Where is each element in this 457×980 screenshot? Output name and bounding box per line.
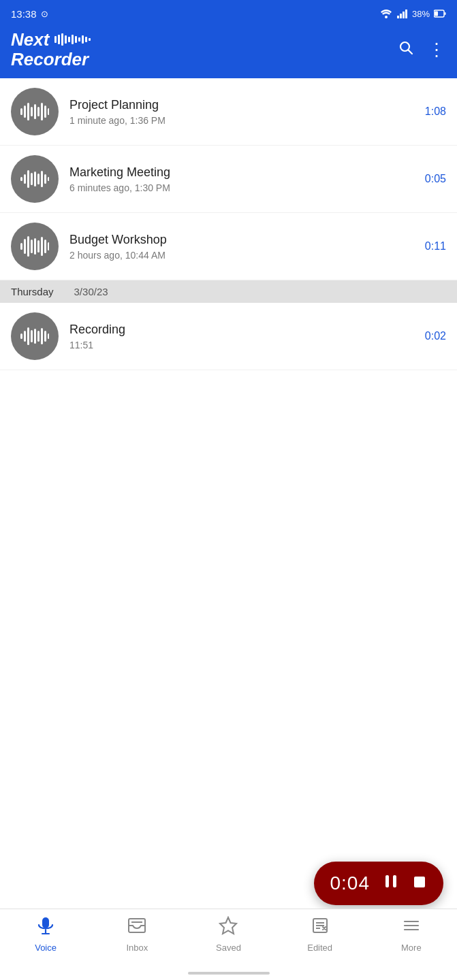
more-options-button[interactable]: ⋮: [428, 41, 446, 59]
svg-rect-45: [41, 237, 43, 256]
nav-label-saved: Saved: [216, 943, 241, 953]
app-bar-icons: ⋮: [398, 39, 446, 60]
svg-rect-51: [31, 330, 33, 342]
app-title-line1: Next: [11, 30, 92, 50]
search-button[interactable]: [398, 39, 414, 60]
svg-rect-29: [48, 108, 49, 115]
bottom-nav: Voice Inbox Saved: [0, 909, 457, 980]
pause-button[interactable]: [382, 872, 400, 894]
svg-rect-6: [445, 12, 446, 15]
waveform-avatar: [11, 223, 59, 270]
waveform-icon: [20, 101, 49, 122]
recording-duration: 0:02: [425, 330, 446, 342]
nav-item-saved[interactable]: Saved: [201, 916, 255, 953]
date-separator: Thursday 3/30/23: [0, 280, 457, 303]
microphone-icon: [36, 916, 55, 940]
svg-rect-32: [27, 170, 29, 188]
svg-rect-14: [75, 36, 77, 43]
svg-rect-21: [20, 108, 22, 115]
svg-rect-57: [385, 875, 389, 887]
nav-item-voice[interactable]: Voice: [18, 916, 73, 953]
scissors-icon: [311, 916, 330, 940]
recording-info: Marketing Meeting 6 minutes ago, 1:30 PM: [69, 165, 425, 193]
nav-item-edited[interactable]: Edited: [293, 916, 347, 953]
waveform-avatar: [11, 155, 59, 203]
recording-meta: 11:51: [69, 340, 425, 350]
battery-label: 38%: [412, 9, 430, 19]
recording-item[interactable]: Budget Workshop 2 hours ago, 10:44 AM 0:…: [0, 213, 457, 280]
recording-item[interactable]: Project Planning 1 minute ago, 1:36 PM 1…: [0, 78, 457, 146]
svg-rect-25: [34, 104, 36, 119]
nav-label-more: More: [401, 943, 422, 953]
recording-info: Recording 11:51: [69, 323, 425, 350]
svg-rect-42: [31, 240, 33, 253]
svg-rect-59: [414, 877, 425, 887]
wifi-icon: [379, 9, 393, 18]
svg-rect-40: [24, 239, 26, 254]
svg-rect-15: [78, 37, 80, 42]
svg-rect-46: [44, 240, 46, 253]
recording-title: Recording: [69, 323, 425, 337]
recording-player: 0:04: [314, 862, 444, 905]
nav-label-voice: Voice: [35, 943, 57, 953]
waveform-icon: [20, 236, 49, 257]
svg-rect-44: [37, 240, 40, 252]
recording-item[interactable]: Recording 11:51 0:02: [0, 303, 457, 370]
nav-label-edited: Edited: [307, 943, 332, 953]
recording-meta: 1 minute ago, 1:36 PM: [69, 115, 425, 126]
svg-rect-56: [48, 333, 49, 339]
waveform-icon: [20, 326, 49, 346]
recording-duration: 0:11: [425, 240, 446, 252]
app-title-line2: Recorder: [11, 50, 92, 69]
svg-rect-10: [61, 33, 63, 46]
svg-rect-36: [41, 171, 43, 187]
svg-line-20: [409, 50, 413, 54]
svg-rect-2: [400, 14, 402, 18]
waveform-icon: [20, 169, 49, 189]
svg-rect-35: [37, 174, 40, 184]
svg-rect-4: [405, 10, 407, 18]
player-time: 0:04: [330, 872, 371, 894]
svg-rect-3: [403, 12, 405, 18]
recording-title: Marketing Meeting: [69, 165, 425, 180]
svg-rect-23: [27, 103, 29, 120]
app-bar: Next Recorder ⋮: [0, 27, 457, 78]
svg-rect-16: [82, 35, 84, 44]
svg-rect-39: [20, 243, 22, 250]
waveform-avatar: [11, 312, 59, 360]
recording-list: Project Planning 1 minute ago, 1:36 PM 1…: [0, 78, 457, 370]
svg-rect-18: [89, 38, 91, 41]
stop-button[interactable]: [412, 875, 427, 893]
recording-title: Project Planning: [69, 98, 425, 112]
recording-info: Project Planning 1 minute ago, 1:36 PM: [69, 98, 425, 126]
svg-rect-9: [58, 35, 60, 44]
date-full: 3/30/23: [74, 286, 108, 297]
svg-rect-28: [44, 105, 46, 118]
svg-rect-53: [37, 331, 40, 342]
svg-rect-17: [85, 37, 87, 42]
svg-rect-38: [48, 177, 49, 181]
nav-item-more[interactable]: More: [384, 916, 439, 953]
svg-rect-52: [34, 329, 36, 344]
status-bar: 13:38 ⊙ 38%: [0, 0, 457, 27]
star-icon: [219, 916, 238, 940]
svg-rect-54: [41, 328, 43, 344]
nav-label-inbox: Inbox: [126, 943, 148, 953]
svg-rect-49: [24, 331, 26, 342]
svg-rect-60: [42, 917, 49, 928]
nav-item-inbox[interactable]: Inbox: [110, 916, 164, 953]
recording-meta: 2 hours ago, 10:44 AM: [69, 250, 425, 261]
svg-rect-41: [27, 236, 29, 257]
svg-point-0: [385, 16, 388, 18]
status-time: 13:38 ⊙: [11, 8, 48, 20]
recording-meta: 6 minutes ago, 1:30 PM: [69, 182, 425, 193]
date-day: Thursday: [11, 286, 54, 297]
svg-rect-58: [393, 875, 396, 887]
svg-rect-27: [41, 103, 43, 120]
inbox-icon: [127, 916, 146, 940]
svg-rect-37: [44, 174, 46, 184]
svg-rect-8: [54, 36, 57, 43]
svg-rect-12: [68, 37, 70, 42]
recording-item[interactable]: Marketing Meeting 6 minutes ago, 1:30 PM…: [0, 146, 457, 213]
waveform-avatar: [11, 88, 59, 135]
